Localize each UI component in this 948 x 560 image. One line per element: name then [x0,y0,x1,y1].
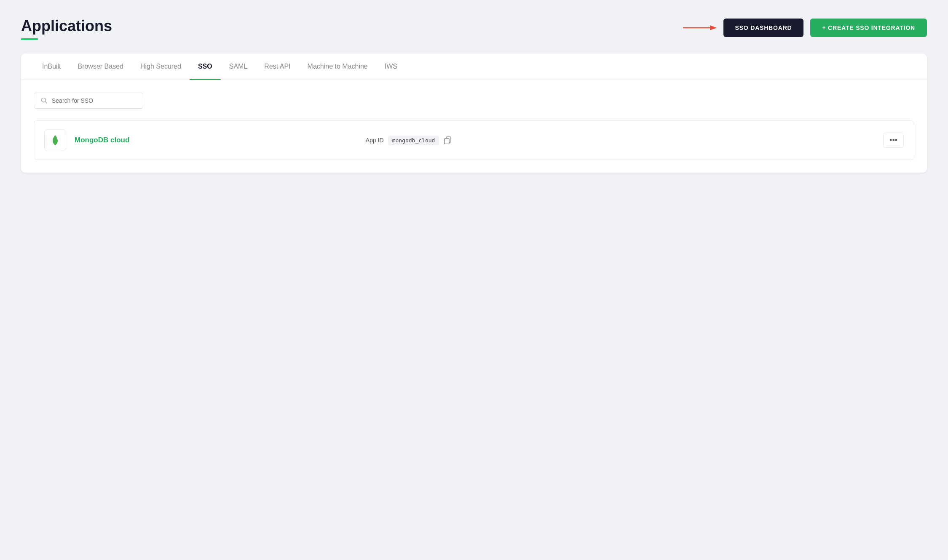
create-sso-button[interactable]: + CREATE SSO INTEGRATION [810,19,927,37]
tabs-bar: InBuilt Browser Based High Secured SSO S… [21,53,927,80]
page-header: Applications SSO DASHBOARD + CREATE SSO … [21,17,927,40]
copy-app-id-button[interactable] [443,136,453,145]
main-card: InBuilt Browser Based High Secured SSO S… [21,53,927,173]
app-id-label: App ID [366,137,384,144]
svg-line-3 [46,102,47,104]
svg-rect-7 [445,139,449,144]
header-actions: SSO DASHBOARD + CREATE SSO INTEGRATION [683,19,927,37]
tab-saml[interactable]: SAML [221,53,256,80]
tab-inbuilt[interactable]: InBuilt [34,53,69,80]
app-id-section: App ID mongodb_cloud [366,136,453,145]
tab-browser-based[interactable]: Browser Based [69,53,132,80]
page-title-section: Applications [21,17,112,40]
tab-iws[interactable]: IWS [376,53,406,80]
search-box [34,93,143,109]
app-id-value: mongodb_cloud [388,136,439,145]
search-input[interactable] [52,97,136,104]
app-list-item: MongoDB cloud App ID mongodb_cloud ••• [34,120,914,160]
search-container [34,93,914,109]
app-icon [44,129,66,151]
more-dots-icon: ••• [889,136,897,144]
arrow-indicator [683,23,717,33]
tab-sso[interactable]: SSO [190,53,221,80]
search-icon [41,97,48,104]
svg-marker-1 [710,25,717,30]
page-title: Applications [21,17,112,35]
tab-machine-to-machine[interactable]: Machine to Machine [299,53,376,80]
more-actions-button[interactable]: ••• [883,133,904,148]
tab-content: MongoDB cloud App ID mongodb_cloud ••• [21,80,927,173]
sso-dashboard-button[interactable]: SSO DASHBOARD [723,19,804,37]
app-name: MongoDB cloud [75,136,150,144]
tab-rest-api[interactable]: Rest API [256,53,299,80]
svg-rect-5 [55,142,56,145]
tab-high-secured[interactable]: High Secured [132,53,190,80]
title-underline [21,38,38,40]
